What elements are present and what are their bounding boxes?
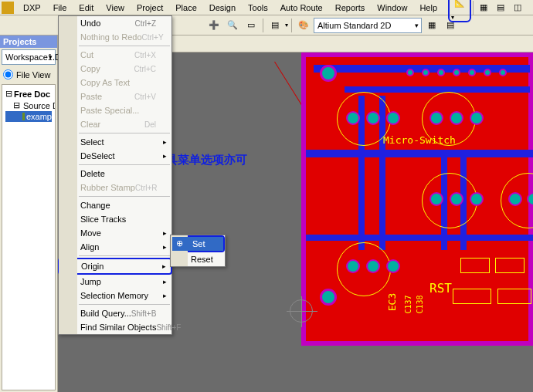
palette-icon[interactable]: 🎨: [295, 17, 312, 34]
edit-menu-build-query-[interactable]: Build Query...Shift+B: [59, 306, 171, 320]
menu-project[interactable]: Project: [131, 2, 169, 14]
silk-ec3: EC3: [386, 293, 398, 311]
edit-menu-copy: CopyCtrl+C: [59, 62, 171, 76]
separator: [473, 1, 474, 15]
edit-menu-delete[interactable]: Delete: [59, 167, 171, 181]
tool-icon[interactable]: ▤: [492, 0, 509, 16]
silk-c138: C138: [416, 295, 424, 313]
tool-icon[interactable]: ▦: [475, 0, 492, 16]
doc-icon: [22, 113, 25, 120]
chevron-down-icon[interactable]: ▾: [285, 22, 288, 29]
tool-icon[interactable]: ▤: [442, 17, 459, 34]
tool-icon[interactable]: 🔍: [224, 17, 241, 34]
view-filter: File View: [0, 66, 57, 83]
menu-tools[interactable]: Tools: [242, 2, 274, 14]
edit-menu-jump[interactable]: Jump: [59, 275, 171, 289]
edit-menu-slice-tracks[interactable]: Slice Tracks: [59, 212, 171, 226]
workspace-dropdown[interactable]: Workspace1.Dsn: [2, 49, 56, 65]
menu-file[interactable]: File: [47, 2, 73, 14]
tool-icon[interactable]: ➕: [205, 17, 222, 34]
edit-menu-selection-memory[interactable]: Selection Memory: [59, 289, 171, 302]
projects-panel: Projects Workspace1.Dsn File View ⊟ Free…: [0, 35, 58, 392]
menu-reports[interactable]: Reports: [329, 2, 372, 14]
edit-menu-find-similar-objects[interactable]: Find Similar ObjectsShift+F: [59, 320, 171, 334]
panel-title: Projects: [0, 35, 57, 48]
edit-menu-rubber-stamp: Rubber StampCtrl+R: [59, 181, 171, 194]
origin-marker: [290, 299, 313, 323]
submenu-reset[interactable]: Reset: [171, 252, 225, 266]
tree-root[interactable]: ⊟ Free Doc: [5, 88, 52, 100]
menu-window[interactable]: Window: [371, 2, 413, 14]
menubar: DXP File Edit View Project Place Design …: [0, 0, 533, 15]
tool-icon[interactable]: ▦: [423, 17, 440, 34]
menu-auto-route[interactable]: Auto Route: [274, 2, 329, 14]
measure-icon[interactable]: 📐: [451, 0, 468, 12]
edit-menu-move[interactable]: Move: [59, 226, 171, 240]
separator: [291, 19, 292, 32]
file-view-label: File View: [16, 70, 50, 79]
view-mode-value: Altium Standard 2D: [317, 21, 391, 30]
menu-edit[interactable]: Edit: [73, 2, 100, 14]
edit-menu-paste: PasteCtrl+V: [59, 90, 171, 103]
pcb-board: Micro-Switch RST EC3 C137 C138: [301, 52, 533, 346]
edit-menu-undo[interactable]: UndoCtrl+Z: [59, 16, 171, 30]
edit-menu-clear: ClearDel: [59, 117, 171, 131]
menu-dxp[interactable]: DXP: [17, 2, 47, 14]
silk-text: Micro-Switch: [383, 134, 456, 146]
tool-icon[interactable]: ▭: [243, 17, 260, 34]
edit-menu-origin[interactable]: Origin: [59, 259, 171, 273]
project-tree[interactable]: ⊟ Free Doc ⊟Source D examp: [2, 84, 56, 390]
tree-folder[interactable]: ⊟Source D: [5, 100, 52, 111]
edit-menu-paste-special-: Paste Special...: [59, 103, 171, 117]
edit-menu-deselect[interactable]: DeSelect: [59, 149, 171, 163]
submenu-set[interactable]: ⊕ Set: [172, 237, 223, 251]
layers-icon[interactable]: ▤: [266, 17, 283, 34]
origin-submenu: ⊕ Set Reset: [170, 235, 226, 267]
edit-menu-select[interactable]: Select: [59, 135, 171, 149]
file-view-radio[interactable]: [3, 69, 13, 79]
tool-icon[interactable]: ◫: [509, 0, 526, 16]
edit-menu-cut: CutCtrl+X: [59, 48, 171, 62]
edit-menu-align[interactable]: Align: [59, 240, 171, 254]
menu-design[interactable]: Design: [203, 2, 242, 14]
target-icon: ⊕: [176, 238, 187, 249]
tree-document[interactable]: examp: [5, 111, 52, 122]
edit-menu-nothing-to-redo: Nothing to RedoCtrl+Y: [59, 30, 171, 44]
menu-help[interactable]: Help: [413, 2, 443, 14]
menu-view[interactable]: View: [100, 2, 131, 14]
silk-rst: RST: [429, 281, 452, 296]
separator: [263, 19, 263, 32]
view-mode-dropdown[interactable]: Altium Standard 2D: [314, 18, 422, 33]
edit-menu-copy-as-text: Copy As Text: [59, 76, 171, 90]
edit-menu-dropdown: UndoCtrl+ZNothing to RedoCtrl+YCutCtrl+X…: [58, 15, 172, 335]
silk-c137: C137: [404, 295, 412, 313]
menu-place[interactable]: Place: [169, 2, 203, 14]
edit-menu-change[interactable]: Change: [59, 198, 171, 212]
app-icon: [2, 2, 14, 14]
